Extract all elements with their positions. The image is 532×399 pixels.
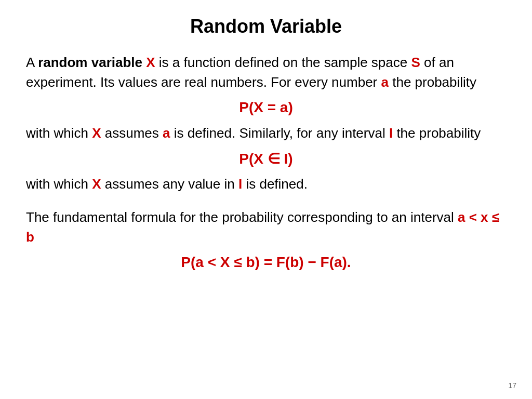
formula-3: P(a < X ≤ b) = F(b) − F(a). xyxy=(26,252,506,273)
formula-2-text: P(X ∈ I) xyxy=(239,151,292,167)
p3-X: X xyxy=(92,176,101,192)
formula-1: P(X = a) xyxy=(26,97,506,118)
p3-text1: with which xyxy=(26,176,92,192)
p1-a: A xyxy=(26,55,38,70)
p2-text2: assumes xyxy=(101,125,163,141)
paragraph-3: with which X assumes any value in I is d… xyxy=(26,175,506,194)
p1-X: X xyxy=(146,55,155,70)
slide-container: Random Variable A random variable X is a… xyxy=(0,0,532,399)
p2-text1: with which xyxy=(26,125,92,141)
p1-text1: is a function defined on the sample spac… xyxy=(155,55,411,70)
p3-text2: assumes any value in xyxy=(101,176,238,192)
p1-random-variable-label: random variable xyxy=(38,55,142,70)
p2-text3: is defined. Similarly, for any interval xyxy=(170,125,389,141)
page-number: 17 xyxy=(508,381,516,390)
p1-text3: the probability xyxy=(389,74,476,90)
slide-title: Random Variable xyxy=(26,16,506,37)
formula-2: P(X ∈ I) xyxy=(26,149,506,170)
p1-a: a xyxy=(381,74,389,90)
p2-X: X xyxy=(92,125,101,141)
paragraph-4: The fundamental formula for the probabil… xyxy=(26,208,506,247)
p1-S: S xyxy=(411,55,420,70)
p3-text3: is defined. xyxy=(242,176,308,192)
formula-1-text: P(X = a) xyxy=(239,99,292,115)
formula-3-text: P(a < X ≤ b) = F(b) − F(a). xyxy=(181,254,351,270)
paragraph-1: A random variable X is a function define… xyxy=(26,53,506,92)
p2-text4: the probability xyxy=(393,125,481,141)
paragraph-2: with which X assumes a is defined. Simil… xyxy=(26,124,506,143)
p2-a: a xyxy=(163,125,170,141)
p4-text1: The fundamental formula for the probabil… xyxy=(26,209,458,225)
main-content: A random variable X is a function define… xyxy=(26,53,506,273)
